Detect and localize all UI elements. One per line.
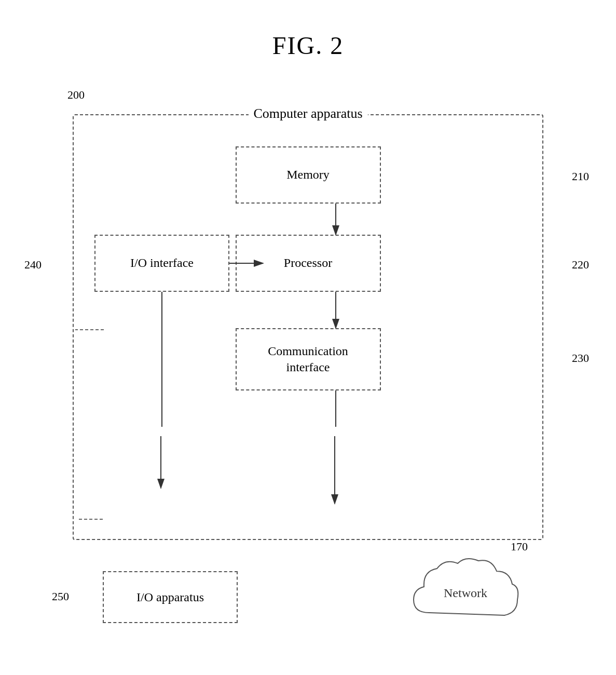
comm-interface-box: Communication interface — [236, 328, 381, 390]
processor-ref: 220 — [572, 258, 589, 272]
memory-label: Memory — [286, 167, 330, 183]
network-cloud: Network 170 — [408, 556, 523, 639]
io-interface-ref: 240 — [24, 258, 42, 272]
page-title: FIG. 2 — [0, 0, 616, 80]
processor-label: Processor — [284, 255, 332, 271]
memory-ref: 210 — [572, 170, 589, 183]
outer-ref: 200 — [67, 88, 85, 102]
network-ref: 170 — [511, 540, 528, 554]
svg-text:Network: Network — [444, 586, 487, 600]
computer-apparatus-label: Computer apparatus — [248, 106, 367, 122]
comm-interface-ref: 230 — [572, 352, 589, 365]
comm-interface-label: Communication interface — [268, 343, 348, 375]
computer-apparatus-box: Computer apparatus Memory Processor I/O … — [73, 114, 543, 540]
io-apparatus-box: I/O apparatus — [103, 571, 238, 623]
memory-box: Memory — [236, 146, 381, 204]
io-apparatus-label: I/O apparatus — [136, 590, 204, 604]
io-interface-label: I/O interface — [130, 255, 194, 271]
io-apparatus-ref: 250 — [52, 590, 69, 603]
io-interface-box: I/O interface — [94, 235, 229, 292]
cloud-svg: Network — [408, 556, 523, 639]
diagram-container: Computer apparatus Memory Processor I/O … — [42, 83, 574, 644]
processor-box: Processor — [236, 235, 381, 292]
